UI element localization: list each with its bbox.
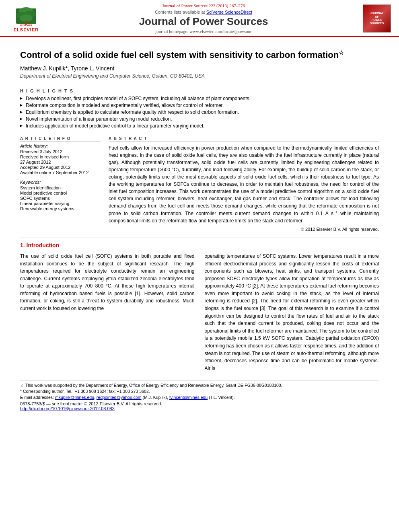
highlights-list: Develops a nonlinear, first principles m…	[20, 96, 379, 129]
intro-left-text: The use of solid oxide fuel cell (SOFC) …	[20, 253, 195, 312]
title-star: ☆	[339, 49, 344, 56]
keyword-item: SOFC systems	[20, 196, 101, 201]
highlight-item: Novel implementation of a linear paramet…	[20, 116, 379, 122]
intro-heading: 1. Introduction	[20, 242, 379, 249]
email-link-1[interactable]: mkupilik@mines.edu	[55, 395, 94, 400]
intro-right-col: operating temperatures of SOFC systems. …	[205, 253, 379, 372]
keyword-item: Renewable energy systems	[20, 206, 101, 211]
keywords-list: System identification Model predictive c…	[20, 185, 101, 211]
abstract-title: A B S T R A C T	[109, 136, 379, 142]
introduction-section: 1. Introduction The use of solid oxide f…	[20, 238, 379, 372]
sciverse-link[interactable]: SciVerse ScienceDirect	[206, 10, 252, 14]
journal-volume-ref: Journal of Power Sources 222 (2013) 267–…	[44, 3, 363, 8]
highlight-item: Reformate composition is modeled and exp…	[20, 103, 379, 108]
email-name-2: (T.L. Vincent).	[209, 395, 235, 400]
keyword-item: Linear parameter varying	[20, 201, 101, 206]
journal-header: ELSEVIER ELSEVIER Journal of Power Sourc…	[0, 0, 399, 37]
email-link-2[interactable]: redpointed@yahoo.com	[97, 395, 142, 400]
elsevier-logo: ELSEVIER ELSEVIER	[8, 5, 44, 32]
keyword-item: System identification	[20, 185, 101, 190]
journal-homepage: journal homepage: www.elsevier.com/locat…	[44, 29, 363, 34]
article-info-title: A R T I C L E I N F O	[20, 136, 101, 142]
footnotes-section: ☆ This work was supported by the Departm…	[20, 380, 379, 411]
footnote-corresponding: * Corresponding author. Tel.: +1 303 908…	[20, 389, 379, 394]
article-title: Control of a solid oxide fuel cell syste…	[20, 49, 379, 61]
highlights-label: H I G H L I G H T S	[20, 88, 379, 93]
intro-left-col: The use of solid oxide fuel cell (SOFC) …	[20, 253, 195, 372]
highlights-section: H I G H L I G H T S Develops a nonlinear…	[20, 85, 379, 129]
keyword-item: Model predictive control	[20, 191, 101, 195]
footnote-star: ☆ This work was supported by the Departm…	[20, 383, 379, 388]
doi-link[interactable]: http://dx.doi.org/10.1016/j.jpowsour.201…	[20, 406, 379, 411]
accepted-date: Accepted 29 August 2012	[20, 165, 101, 170]
footnote-emails: E-mail addresses: mkupilik@mines.edu, re…	[20, 395, 379, 400]
highlight-item: Develops a nonlinear, first principles m…	[20, 96, 379, 101]
info-abstract-section: A R T I C L E I N F O Article history: R…	[20, 133, 379, 232]
intro-right-text: operating temperatures of SOFC systems. …	[205, 253, 379, 372]
email-label: E-mail addresses:	[20, 395, 54, 400]
received-revised-label: Received in revised form	[20, 154, 101, 159]
contents-text: Contents lists available at	[155, 10, 205, 14]
email-link-3[interactable]: tvincent@mines.edu	[169, 395, 208, 400]
issn-line: 0378-7753/$ — see front matter © 2012 El…	[20, 401, 379, 406]
highlight-item: Equilibrium chemistry is applied to calc…	[20, 109, 379, 115]
page: ELSEVIER ELSEVIER Journal of Power Sourc…	[0, 0, 399, 532]
affiliation: Department of Electrical Engineering and…	[20, 73, 379, 79]
available-date: Available online 7 September 2012	[20, 170, 101, 175]
abstract-text: Fuel cells allow for increased efficienc…	[109, 144, 379, 224]
intro-text-columns: The use of solid oxide fuel cell (SOFC) …	[20, 253, 379, 372]
content-area: Control of a solid oxide fuel cell syste…	[0, 37, 399, 419]
keywords-section: Keywords: System identification Model pr…	[20, 180, 101, 211]
received-revised-date: 27 August 2012	[20, 160, 101, 164]
journal-header-center: Journal of Power Sources 222 (2013) 267–…	[44, 3, 363, 34]
elsevier-tree-icon: ELSEVIER	[14, 5, 38, 27]
article-history: Article history: Received 3 July 2012 Re…	[20, 144, 101, 175]
highlight-item: Includes application of model predictive…	[20, 123, 379, 129]
journal-name: Journal of Power Sources	[44, 15, 363, 28]
email-names: (M.J. Kupilik),	[142, 395, 168, 400]
received-date: Received 3 July 2012	[20, 149, 101, 154]
abstract-column: A B S T R A C T Fuel cells allow for inc…	[109, 136, 379, 232]
journal-thumbnail: JOURNALOFPOWERSOURCES	[363, 4, 391, 33]
authors: Matthew J. Kupilik*, Tyrone L. Vincent	[20, 65, 379, 72]
elsevier-brand: ELSEVIER	[14, 27, 39, 32]
svg-text:ELSEVIER: ELSEVIER	[20, 24, 32, 27]
article-info-column: A R T I C L E I N F O Article history: R…	[20, 136, 101, 232]
copyright: © 2012 Elsevier B.V. All rights reserved…	[109, 227, 379, 232]
